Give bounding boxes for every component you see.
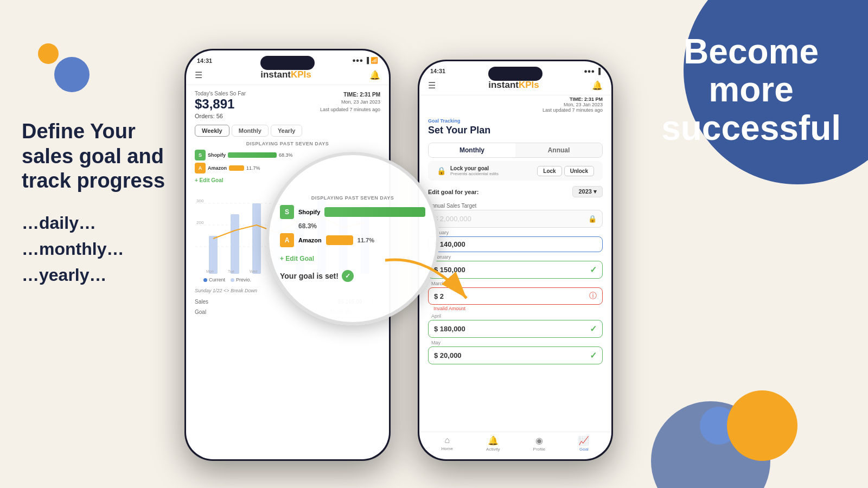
phone-right-notch <box>488 67 542 81</box>
month-field-january: January $ 140,000 <box>428 230 603 252</box>
may-input[interactable]: $ 20,000 ✓ <box>428 346 603 364</box>
shopify-icon: S <box>195 150 206 160</box>
tab-weekly[interactable]: Weekly <box>195 125 229 137</box>
unlock-button[interactable]: Unlock <box>564 166 594 176</box>
year-select[interactable]: 2023 ▾ <box>572 186 603 197</box>
bell-icon-left[interactable]: 🔔 <box>369 70 380 80</box>
svg-text:1/16: 1/16 <box>206 273 214 274</box>
lock-button[interactable]: Lock <box>537 166 561 176</box>
status-time-left: 14:31 <box>197 57 212 64</box>
set-plan-title: Set Your Plan <box>419 125 611 139</box>
mag-shopify-row: S Shopify <box>280 205 425 219</box>
arrow-decoration <box>374 249 483 314</box>
annual-target-field: Annual Sales Target $ 2,000,000 🔒 <box>428 203 603 228</box>
lock-text-block: Lock your goal Prevents accidental edits <box>450 165 499 176</box>
legend-current: Current <box>203 277 225 282</box>
monthly-annual-tabs: Monthly Annual <box>428 143 603 158</box>
svg-text:1/17: 1/17 <box>228 273 235 274</box>
month-field-may: May $ 20,000 ✓ <box>428 340 603 364</box>
may-check: ✓ <box>590 350 597 361</box>
left-heading: Define Your sales goal and track progres… <box>22 119 179 194</box>
phone-left-notch <box>260 56 315 70</box>
april-check: ✓ <box>590 324 597 334</box>
hamburger-icon-left[interactable]: ☰ <box>195 70 202 80</box>
annual-target-input[interactable]: $ 2,000,000 🔒 <box>428 210 603 228</box>
sales-time-right: TIME: 2:31 PM Mon, 23 Jan 2023 Last upda… <box>320 91 380 113</box>
right-heading: Become more successful <box>661 33 841 147</box>
goal-tracking-label: Goal Tracking <box>419 114 611 125</box>
svg-text:200: 200 <box>196 220 204 225</box>
status-signals-left: ●●● ▐ 📶 <box>352 57 378 64</box>
legend-previous: Previo. <box>231 277 251 282</box>
mag-shopify-icon: S <box>280 205 294 219</box>
mag-shopify-pct: 68.3% <box>298 222 317 230</box>
goal-set-check: ✓ <box>342 270 354 282</box>
svg-rect-5 <box>209 236 218 274</box>
tabs-row-left: Weekly Monthly Yearly <box>186 123 389 139</box>
nav-home[interactable]: ⌂ Home <box>442 435 453 452</box>
bell-icon-right[interactable]: 🔔 <box>592 80 603 91</box>
nav-activity[interactable]: 🔔 Activity <box>486 435 500 452</box>
lock-icon: 🔒 <box>437 166 446 175</box>
left-subtext: …daily… …monthly… …yearly… <box>22 210 179 288</box>
shopify-bar <box>228 152 277 158</box>
tab-monthly-left[interactable]: Monthly <box>232 125 269 137</box>
mag-amazon-pct: 11.7% <box>358 237 374 243</box>
decoration-dot-orange-bottom-right <box>727 390 797 461</box>
amazon-icon: A <box>195 163 206 174</box>
svg-text:1/18: 1/18 <box>250 273 257 274</box>
shopify-pct: 68.3% <box>279 152 293 158</box>
mag-amazon-icon: A <box>280 233 294 247</box>
mag-amazon-label: Amazon <box>298 237 322 243</box>
lock-buttons: Lock Unlock <box>537 166 594 176</box>
amazon-bar <box>229 165 244 171</box>
february-check: ✓ <box>590 265 597 275</box>
decoration-dot-orange-top <box>38 43 59 64</box>
svg-text:300: 300 <box>196 198 204 203</box>
svg-rect-6 <box>231 214 239 274</box>
bottom-nav: ⌂ Home 🔔 Activity ◉ Profile 📈 Goal <box>419 432 611 454</box>
amazon-pct: 11.7% <box>246 165 260 171</box>
right-marketing-text: Become more successful <box>661 33 841 147</box>
mag-amazon-row: A Amazon 11.7% <box>280 233 425 247</box>
right-phone-time: TIME: 2:31 PM Mon, 23 Jan 2023 Last upda… <box>419 95 611 114</box>
status-signals-right: ●●● ▐ <box>584 68 601 74</box>
app-logo-right: instantKPIs <box>488 80 539 91</box>
mag-shopify-label: Shopify <box>298 209 320 215</box>
goal-icon: 📈 <box>578 435 589 446</box>
shopify-name: Shopify <box>208 152 226 158</box>
sales-block-left: Today's Sales So Far $3,891 Orders: 56 T… <box>186 85 389 123</box>
phones-area: 14:31 ●●● ▐ 📶 ☰ instantKPIs 🔔 Today's Sa… <box>168 33 656 477</box>
nav-goal[interactable]: 📈 Goal <box>578 435 589 452</box>
home-icon: ⌂ <box>444 435 450 445</box>
edit-year-row: Edit goal for year: 2023 ▾ <box>419 183 611 201</box>
mag-shopify-pct-row: 68.3% <box>280 222 425 230</box>
mag-shopify-bar <box>324 207 425 217</box>
status-time-right: 14:31 <box>430 68 445 74</box>
app-logo-left: instantKPIs <box>260 69 311 80</box>
tab-monthly-right[interactable]: Monthly <box>429 143 515 157</box>
svg-text:Wed: Wed <box>250 269 257 273</box>
platform-shopify: S Shopify 68.3% <box>195 150 293 160</box>
lock-row: 🔒 Lock your goal Prevents accidental edi… <box>428 161 603 181</box>
amazon-name: Amazon <box>208 165 227 171</box>
mag-amazon-bar <box>326 235 353 245</box>
decoration-dot-blue-top <box>54 57 90 92</box>
hamburger-icon-right[interactable]: ☰ <box>428 80 436 91</box>
nav-profile[interactable]: ◉ Profile <box>533 435 546 452</box>
chart-label-left: DISPLAYING PAST SEVEN DAYS <box>186 141 389 146</box>
lock-field-icon: 🔒 <box>588 215 597 223</box>
month-field-april: April $ 180,000 ✓ <box>428 313 603 338</box>
tab-yearly[interactable]: Yearly <box>271 125 302 137</box>
profile-icon: ◉ <box>535 435 543 446</box>
svg-text:Mon: Mon <box>206 269 214 273</box>
svg-rect-7 <box>252 203 261 274</box>
march-error-icon: ⓘ <box>589 291 597 301</box>
sales-info-left: Today's Sales So Far $3,891 Orders: 56 <box>195 91 246 119</box>
april-input[interactable]: $ 180,000 ✓ <box>428 320 603 338</box>
activity-icon: 🔔 <box>488 435 499 446</box>
svg-text:Tue: Tue <box>228 269 234 273</box>
left-marketing-text: Define Your sales goal and track progres… <box>22 119 179 288</box>
platform-amazon: A Amazon 11.7% <box>195 163 260 174</box>
tab-annual[interactable]: Annual <box>515 143 602 157</box>
